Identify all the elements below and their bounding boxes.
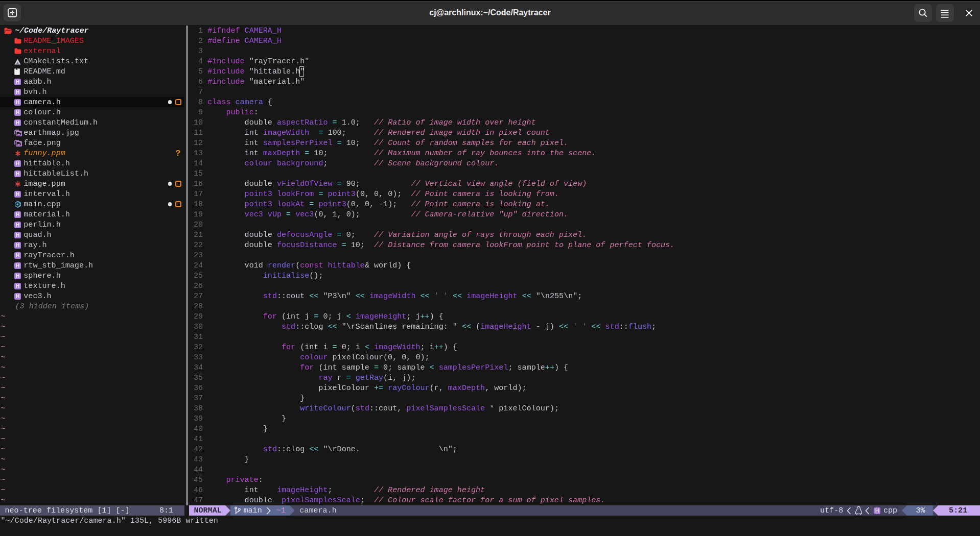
svg-text:H: H (16, 161, 19, 166)
svg-text:H: H (16, 212, 19, 217)
svg-text:H: H (16, 294, 19, 299)
svg-text:H: H (16, 283, 19, 289)
svg-text:H: H (16, 222, 19, 228)
svg-text:H: H (16, 171, 19, 177)
svg-text:H: H (16, 89, 19, 95)
svg-text:H: H (16, 263, 19, 269)
svg-text:H: H (16, 253, 19, 258)
svg-text:H: H (16, 79, 19, 85)
svg-text:H: H (16, 110, 19, 115)
svg-text:H: H (16, 242, 19, 248)
svg-text:H: H (16, 120, 19, 126)
svg-text:H: H (16, 273, 19, 279)
svg-text:H: H (16, 232, 19, 238)
svg-text:H: H (875, 508, 879, 514)
svg-text:H: H (16, 100, 19, 105)
svg-text:H: H (16, 191, 19, 197)
